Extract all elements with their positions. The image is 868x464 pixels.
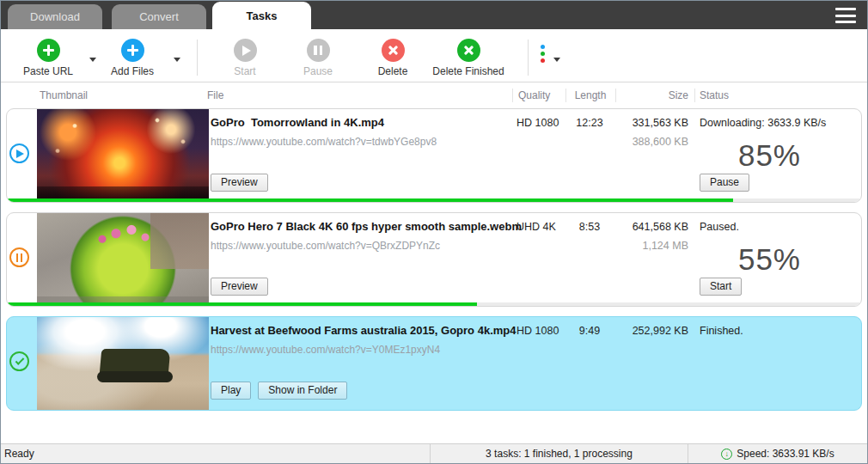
start-label: Start — [234, 65, 255, 77]
quality-cell: UHD 4K — [517, 221, 556, 233]
play-icon — [234, 39, 257, 62]
speed-text: Speed: 3633.91 KB/s — [737, 448, 834, 460]
hamburger-bar — [835, 21, 856, 23]
file-name: GoPro Tomorrowland in 4K.mp4 — [211, 116, 384, 129]
size-cell: 252,992 KB — [608, 325, 688, 337]
file-url: https://www.youtube.com/watch?v=tdwbYGe8… — [211, 136, 437, 148]
task-row-finished[interactable]: Harvest at Beefwood Farms australia 2015… — [6, 316, 862, 411]
progress-percent: 85% — [738, 138, 801, 173]
delete-finished-button[interactable]: Delete Finished — [425, 39, 511, 77]
titlebar: Download Convert Tasks — [1, 1, 867, 29]
delete-finished-label: Delete Finished — [432, 65, 504, 77]
tractor-track-shape — [97, 371, 173, 382]
options-dots-icon[interactable] — [541, 45, 545, 63]
paused-pause-icon — [9, 247, 29, 267]
statusbar-tasks-summary: 3 tasks: 1 finished, 1 processing — [431, 444, 688, 463]
toolbar: Paste URL Add Files Start Pause Delete D… — [1, 29, 867, 82]
header-separator — [512, 89, 513, 102]
preview-button[interactable]: Preview — [211, 278, 268, 296]
x-icon — [382, 39, 405, 62]
preview-button[interactable]: Preview — [211, 174, 268, 192]
status-text: Paused. — [700, 221, 739, 233]
quality-cell: HD 1080 — [517, 325, 559, 337]
tab-tasks[interactable]: Tasks — [212, 2, 311, 29]
paste-url-dropdown-caret[interactable] — [89, 58, 96, 62]
delete-button[interactable]: Delete — [358, 39, 427, 77]
size-total-cell: 1,124 MB — [608, 240, 688, 252]
progress-percent: 55% — [738, 242, 801, 277]
toolbar-separator — [528, 40, 529, 76]
thumbnail-flowers — [37, 213, 209, 306]
play-glyph — [16, 150, 24, 158]
paste-url-button[interactable]: Paste URL — [14, 39, 83, 77]
statusbar-speed: ↓ Speed: 3633.91 KB/s — [688, 444, 867, 463]
task-list: GoPro Tomorrowland in 4K.mp4 https://www… — [1, 108, 867, 411]
file-name: GoPro Hero 7 Black 4K 60 fps hyper smoot… — [211, 220, 522, 233]
pause-glyph — [314, 46, 322, 55]
task-row-downloading[interactable]: GoPro Tomorrowland in 4K.mp4 https://www… — [6, 108, 862, 203]
tab-download[interactable]: Download — [8, 4, 102, 29]
hamburger-bar — [835, 15, 856, 17]
dot-green — [541, 52, 545, 56]
status-bar: Ready 3 tasks: 1 finished, 1 processing … — [1, 443, 867, 463]
table-header: Thumbnail File Quality Length Size Statu… — [1, 82, 867, 108]
header-separator — [694, 89, 695, 102]
progress-fill — [7, 302, 477, 306]
pause-task-button[interactable]: Pause — [700, 174, 749, 192]
pause-icon — [307, 39, 330, 62]
tab-convert[interactable]: Convert — [112, 4, 206, 29]
status-text: Downloading: 3633.9 KB/s — [700, 117, 826, 129]
file-name: Harvest at Beefwood Farms australia 2015… — [211, 324, 516, 337]
quality-cell: HD 1080 — [517, 117, 559, 129]
header-file[interactable]: File — [207, 89, 223, 101]
length-cell: 9:49 — [564, 325, 615, 337]
plus-icon — [37, 39, 60, 62]
header-size[interactable]: Size — [615, 89, 688, 101]
progress-bar — [7, 198, 861, 202]
pause-button[interactable]: Pause — [284, 39, 352, 77]
add-files-dropdown-caret[interactable] — [174, 58, 180, 62]
download-speed-icon: ↓ — [721, 449, 732, 460]
delete-label: Delete — [378, 65, 408, 77]
add-files-label: Add Files — [111, 65, 154, 77]
check-glyph — [15, 356, 24, 365]
plus-icon — [121, 39, 144, 62]
start-button[interactable]: Start — [211, 39, 279, 77]
start-task-button[interactable]: Start — [700, 278, 742, 296]
show-in-folder-button[interactable]: Show in Folder — [258, 382, 347, 400]
statusbar-ready: Ready — [1, 444, 431, 463]
finished-check-icon — [9, 351, 29, 371]
play-button[interactable]: Play — [211, 382, 251, 400]
header-status[interactable]: Status — [700, 89, 729, 101]
header-length[interactable]: Length — [565, 89, 615, 101]
play-glyph — [242, 46, 251, 56]
header-thumbnail[interactable]: Thumbnail — [40, 89, 88, 101]
paste-url-label: Paste URL — [23, 65, 73, 77]
header-quality[interactable]: Quality — [518, 89, 550, 101]
status-text: Finished. — [700, 325, 743, 337]
thumbnail-fireworks — [37, 109, 209, 202]
menu-hamburger-icon[interactable] — [835, 8, 856, 23]
progress-fill — [7, 198, 733, 202]
plus-glyph — [43, 45, 54, 56]
size-total-cell: 388,600 KB — [608, 136, 688, 148]
options-dropdown-caret[interactable] — [553, 58, 560, 62]
pause-label: Pause — [303, 65, 333, 77]
dot-blue — [541, 45, 545, 49]
tab-bar: Download Convert Tasks — [8, 2, 311, 29]
x-glyph — [385, 42, 400, 58]
downloading-play-icon — [9, 143, 29, 163]
task-row-paused[interactable]: GoPro Hero 7 Black 4K 60 fps hyper smoot… — [6, 212, 862, 307]
size-cell: 641,568 KB — [608, 221, 688, 233]
size-cell: 331,563 KB — [608, 117, 688, 129]
length-cell: 12:23 — [564, 117, 615, 129]
pause-glyph — [16, 253, 23, 262]
hamburger-bar — [835, 8, 856, 10]
add-files-button[interactable]: Add Files — [98, 39, 167, 77]
x-glyph — [461, 42, 476, 58]
app-window: Download Convert Tasks Paste URL Add Fil… — [0, 0, 868, 464]
toolbar-separator — [197, 40, 198, 76]
progress-bar — [7, 302, 861, 306]
file-url: https://www.youtube.com/watch?v=Y0MEz1px… — [211, 344, 440, 356]
x-icon — [457, 39, 480, 62]
